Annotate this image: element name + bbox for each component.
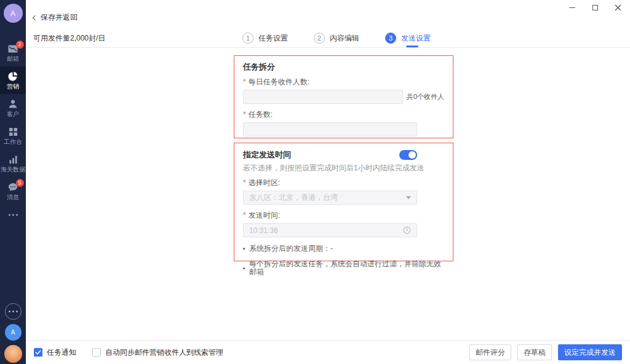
step-number: 1 (242, 33, 253, 44)
more-options-button[interactable] (5, 303, 22, 320)
send-time-section: 指定发送时间 若不选择，则按照设置完成时间后1小时内陆续完成发送 * 选择时区:… (234, 143, 453, 261)
ellipsis-icon (9, 214, 18, 216)
bar-chart-icon (8, 154, 18, 165)
profile-photo-avatar[interactable] (4, 345, 22, 363)
checkbox-label: 自动同步邮件营销收件人到线索管理 (105, 347, 223, 358)
required-mark: * (243, 179, 246, 187)
user-avatar[interactable]: A (5, 324, 22, 341)
sidebar-bottom: A (4, 303, 22, 364)
note-item: 每个拆分后的发送任务，系统会自动进行过滤，并筛除无效邮箱 (243, 260, 444, 276)
sidebar-item-mail[interactable]: 2 邮箱 (0, 39, 26, 66)
ellipsis-circle-icon (9, 311, 18, 312)
workspace-avatar[interactable]: A (4, 4, 23, 23)
active-step-underline (406, 46, 418, 47)
checkbox-unchecked-icon (92, 348, 101, 357)
email-score-button[interactable]: 邮件评分 (469, 344, 511, 360)
sidebar-item-label: 营销 (7, 84, 19, 90)
save-draft-button[interactable]: 存草稿 (517, 344, 552, 360)
messages-badge: 5 (16, 179, 24, 187)
task-count-input[interactable] (243, 122, 417, 136)
section-title: 任务拆分 (243, 63, 444, 71)
send-time-value: 10:31:36 (249, 226, 278, 235)
sidebar-item-label: 海关数据 (1, 167, 25, 173)
toggle-knob (409, 151, 416, 159)
step-send-settings[interactable]: 3 发送设置 (385, 29, 431, 47)
required-mark: * (243, 212, 246, 220)
send-time-input[interactable]: 10:31:36 (243, 223, 417, 237)
chat-icon: 5 (8, 182, 18, 192)
chevron-down-icon (406, 196, 411, 199)
sidebar-item-label: 邮箱 (7, 56, 19, 62)
close-button[interactable] (614, 3, 621, 12)
step-task-settings[interactable]: 1 任务设置 (242, 29, 288, 47)
pie-chart-icon (8, 71, 18, 82)
titlebar: 保存并返回 (26, 0, 630, 29)
chevron-left-icon (33, 15, 38, 20)
sidebar-item-label: 客户 (7, 111, 19, 117)
sidebar-item-label: 工作台 (4, 139, 22, 145)
note-item: 系统拆分后的发送周期：- (243, 245, 444, 253)
timezone-select[interactable]: 东八区：北京，香港，台湾 (243, 191, 417, 205)
subheader: 可用发件量2,000封/日 1 任务设置 2 内容编辑 3 发送设置 (26, 29, 630, 48)
quota-text: 可用发件量2,000封/日 (33, 33, 105, 44)
checkbox-label: 任务通知 (47, 347, 76, 358)
daily-recipients-input[interactable] (243, 90, 403, 104)
mail-icon: 2 (8, 44, 18, 54)
task-notify-checkbox[interactable]: 任务通知 (34, 347, 76, 358)
daily-recipients-label: * 每日任务收件人数: (243, 78, 444, 86)
step-label: 发送设置 (401, 33, 431, 44)
task-split-section: 任务拆分 * 每日任务收件人数: 共0个收件人 * 任务数: (234, 55, 453, 138)
window-controls (568, 3, 621, 12)
auto-sync-checkbox[interactable]: 自动同步邮件营销收件人到线索管理 (92, 347, 223, 358)
sidebar: A 2 邮箱 营销 客户 工作台 (0, 0, 26, 364)
required-mark: * (243, 78, 246, 86)
send-time-description: 若不选择，则按照设置完成时间后1小时内陆续完成发送 (243, 164, 444, 172)
sidebar-item-messages[interactable]: 5 消息 (0, 177, 26, 205)
sidebar-item-workbench[interactable]: 工作台 (0, 122, 26, 149)
maximize-button[interactable] (591, 3, 599, 12)
minimize-button[interactable] (568, 3, 576, 12)
sidebar-item-customs-data[interactable]: 海关数据 (0, 149, 26, 177)
recipients-count-suffix: 共0个收件人 (407, 92, 444, 101)
back-label: 保存并返回 (41, 12, 78, 23)
sidebar-item-more[interactable] (0, 205, 26, 224)
step-number: 3 (385, 33, 396, 44)
timezone-label: * 选择时区: (243, 179, 444, 187)
timezone-value: 东八区：北京，香港，台湾 (249, 192, 338, 203)
content-area: 任务拆分 * 每日任务收件人数: 共0个收件人 * 任务数: 指定发送时间 若不… (26, 48, 630, 340)
person-icon (8, 99, 18, 109)
send-time-label: * 发送时间: (243, 212, 444, 220)
main-area: 保存并返回 可用发件量2,000封/日 1 任务设置 2 内容编辑 3 (26, 0, 630, 364)
section-title: 指定发送时间 (243, 151, 291, 159)
clock-icon (403, 226, 411, 234)
sidebar-item-label: 消息 (7, 194, 19, 200)
required-mark: * (243, 111, 246, 119)
finish-and-send-button[interactable]: 设定完成并发送 (558, 344, 622, 360)
mail-badge: 2 (16, 41, 24, 49)
footer-bar: 任务通知 自动同步邮件营销收件人到线索管理 邮件评分 存草稿 设定完成并发送 (26, 340, 630, 364)
step-content-editing[interactable]: 2 内容编辑 (314, 29, 359, 47)
bullet-icon (243, 248, 245, 250)
step-label: 内容编辑 (330, 33, 359, 44)
grid-icon (8, 127, 18, 137)
bullet-icon (243, 267, 245, 269)
task-count-label: * 任务数: (243, 111, 444, 119)
step-number: 2 (314, 33, 325, 44)
step-label: 任务设置 (258, 33, 288, 44)
back-button[interactable]: 保存并返回 (33, 12, 78, 23)
sidebar-item-marketing[interactable]: 营销 (0, 66, 26, 94)
sidebar-nav: 2 邮箱 营销 客户 工作台 海关数据 (0, 39, 26, 224)
step-indicator: 1 任务设置 2 内容编辑 3 发送设置 (242, 29, 431, 47)
send-time-toggle[interactable] (399, 150, 417, 160)
sidebar-item-customers[interactable]: 客户 (0, 94, 26, 122)
checkbox-checked-icon (34, 348, 42, 357)
